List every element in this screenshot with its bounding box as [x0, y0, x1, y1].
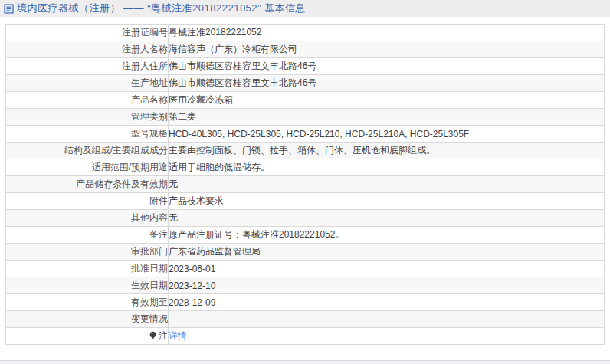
- row-label: 注册人名称: [6, 41, 169, 58]
- row-value: 2028-12-09: [169, 294, 605, 311]
- details-link[interactable]: 详情: [169, 330, 187, 341]
- title-bar: 境内医疗器械（注册） —— “粤械注准20182221052” 基本信息: [0, 0, 610, 17]
- row-value: HCD-40L305, HCD-25L305, HCD-25L210, HCD-…: [169, 126, 605, 143]
- row-label: 产品名称: [6, 92, 169, 109]
- row-label: 生效日期: [6, 277, 169, 294]
- row-value: 第二类: [169, 109, 605, 126]
- next-section-strip: [0, 360, 610, 364]
- table-row-management-class: 管理类别 第二类: [6, 109, 605, 126]
- row-label: 其他内容: [6, 210, 169, 227]
- row-label: 型号规格: [6, 126, 169, 143]
- row-label: 适用范围/预期用途: [6, 159, 169, 176]
- table-row-storage-conditions: 产品储存条件及有效期 无: [6, 176, 605, 193]
- table-row-attachment: 附件 产品技术要求: [6, 193, 605, 210]
- row-label: 备注: [6, 227, 169, 244]
- row-value: 无: [169, 210, 605, 227]
- table-row-intended-use: 适用范围/预期用途 适用于细胞的低温储存。: [6, 159, 605, 176]
- table-row-approval-date: 批准日期 2023-06-01: [6, 261, 605, 277]
- table-row-change-status: 变更情况: [6, 311, 605, 328]
- table-row-approval-department: 审批部门 广东省药品监督管理局: [6, 244, 605, 261]
- row-label: 注册证编号: [6, 25, 169, 41]
- table-row-structure-composition: 结构及组成/主要组成成分 主要由控制面板、门锁、拉手、箱体、门体、压机仓和底脚组…: [6, 143, 605, 159]
- row-value: 适用于细胞的低温储存。: [169, 159, 605, 176]
- row-value: 2023-12-10: [169, 277, 605, 294]
- row-value: 原产品注册证号：粤械注准20182221052。: [169, 227, 605, 244]
- table-row-remarks: 备注 原产品注册证号：粤械注准20182221052。: [6, 227, 605, 244]
- table-row-registrant-address: 注册人住所 佛山市顺德区容桂容里文丰北路46号: [6, 58, 605, 75]
- row-value: 海信容声（广东）冷柜有限公司: [169, 41, 605, 58]
- row-label: 生产地址: [6, 75, 169, 92]
- row-label: 结构及组成/主要组成成分: [6, 143, 169, 159]
- row-label: 注: [6, 328, 169, 345]
- table-row-effective-date: 生效日期 2023-12-10: [6, 277, 605, 294]
- row-value: 详情: [169, 328, 605, 345]
- row-label: 附件: [6, 193, 169, 210]
- document-icon: [4, 4, 14, 14]
- row-label: 审批部门: [6, 244, 169, 261]
- table-row-registrant-name: 注册人名称 海信容声（广东）冷柜有限公司: [6, 41, 605, 58]
- table-row-registration-number: 注册证编号 粤械注准20182221052: [6, 25, 605, 41]
- row-value: 主要由控制面板、门锁、拉手、箱体、门体、压机仓和底脚组成。: [169, 143, 605, 159]
- row-value: 广东省药品监督管理局: [169, 244, 605, 261]
- table-row-other-content: 其他内容 无: [6, 210, 605, 227]
- table-row-note: 注 详情: [6, 328, 605, 345]
- row-value: 佛山市顺德区容桂容里文丰北路46号: [169, 75, 605, 92]
- page-title: 境内医疗器械（注册） —— “粤械注准20182221052” 基本信息: [17, 2, 306, 15]
- row-value: 无: [169, 176, 605, 193]
- table-row-production-address: 生产地址 佛山市顺德区容桂容里文丰北路46号: [6, 75, 605, 92]
- row-value: 2023-06-01: [169, 261, 605, 277]
- row-label: 产品储存条件及有效期: [6, 176, 169, 193]
- row-label: 管理类别: [6, 109, 169, 126]
- row-value: 医用冷藏冷冻箱: [169, 92, 605, 109]
- row-value: 产品技术要求: [169, 193, 605, 210]
- table-row-model-spec: 型号规格 HCD-40L305, HCD-25L305, HCD-25L210,…: [6, 126, 605, 143]
- row-label: 变更情况: [6, 311, 169, 328]
- page: 境内医疗器械（注册） —— “粤械注准20182221052” 基本信息 注册证…: [0, 0, 610, 364]
- row-label: 有效期至: [6, 294, 169, 311]
- row-value: [169, 311, 605, 328]
- table-row-product-name: 产品名称 医用冷藏冷冻箱: [6, 92, 605, 109]
- table-row-expiry-date: 有效期至 2028-12-09: [6, 294, 605, 311]
- row-label: 批准日期: [6, 261, 169, 277]
- note-icon: [149, 331, 157, 339]
- row-label-text: 注: [159, 330, 168, 341]
- row-value: 粤械注准20182221052: [169, 25, 605, 41]
- row-label: 注册人住所: [6, 58, 169, 75]
- row-value: 佛山市顺德区容桂容里文丰北路46号: [169, 58, 605, 75]
- registration-info-table: 注册证编号 粤械注准20182221052 注册人名称 海信容声（广东）冷柜有限…: [5, 24, 605, 345]
